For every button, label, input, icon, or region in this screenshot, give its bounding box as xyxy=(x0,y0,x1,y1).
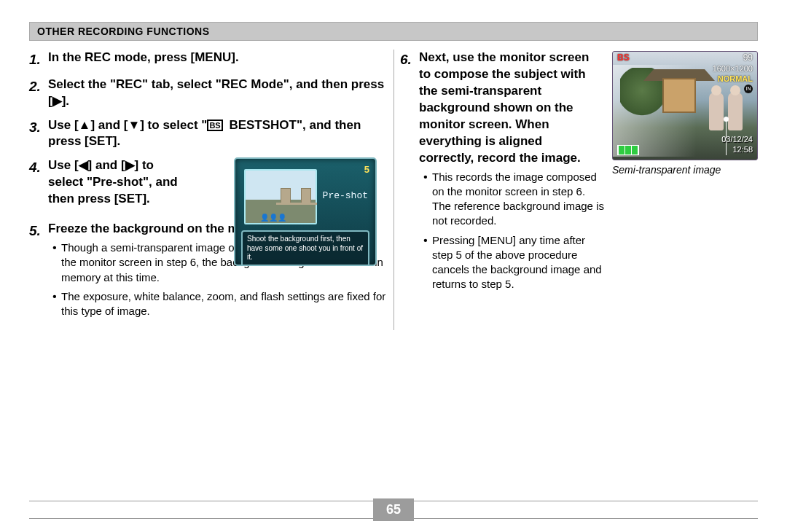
memory-icon: IN xyxy=(744,85,753,93)
bestshot-icon: BS xyxy=(207,120,222,131)
date-label: 03/12/24 xyxy=(721,134,753,145)
figure-caption: Semi-transparent image xyxy=(612,163,758,177)
bestshot-badge: BS xyxy=(617,52,630,63)
sample-photo: 👤👤👤 xyxy=(244,169,317,224)
step-2: 2. Select the "REC" tab, select "REC Mod… xyxy=(29,77,387,110)
battery-icon xyxy=(617,145,639,155)
left-arrow-icon: ◀ xyxy=(79,158,88,172)
time-label: 12:58 xyxy=(732,144,753,155)
figure-semi-transparent: BS 99 1600×1200 NORMAL IN 03/12/24 12:58… xyxy=(612,51,758,177)
right-column: BS 99 1600×1200 NORMAL IN 03/12/24 12:58… xyxy=(400,50,758,330)
camera-lcd-record: BS 99 1600×1200 NORMAL IN 03/12/24 12:58 xyxy=(612,51,758,160)
scene-number: 5 xyxy=(364,163,369,176)
step-6: 6. Next, use the monitor screen to compo… xyxy=(400,50,605,297)
step-3: 3. Use [▲] and [▼] to select "BS BESTSHO… xyxy=(29,117,387,151)
right-arrow-icon: ▶ xyxy=(52,94,62,108)
step-1: 1. In the REC mode, press [MENU]. xyxy=(29,50,387,69)
page-number: 65 xyxy=(373,498,414,521)
step-4: 4. Use [◀] and [▶] to select "Pre-shot",… xyxy=(29,157,387,208)
quality-label: NORMAL xyxy=(718,74,753,85)
section-header: OTHER RECORDING FUNCTIONS xyxy=(29,22,758,41)
down-arrow-icon: ▼ xyxy=(128,118,140,132)
scene-hint: Shoot the background first, then have so… xyxy=(241,230,369,266)
shots-remaining: 99 xyxy=(743,52,753,63)
page-footer: 65 xyxy=(29,501,758,519)
step5-bullet: The exposure, white balance, zoom, and f… xyxy=(48,289,387,319)
step6-bullet: Pressing [MENU] any time after step 5 of… xyxy=(419,233,605,292)
scene-title: Pre-shot xyxy=(323,189,368,203)
step6-bullet: This records the image composed on the m… xyxy=(419,170,605,229)
resolution-label: 1600×1200 xyxy=(713,63,753,74)
up-arrow-icon: ▲ xyxy=(79,118,91,132)
two-column-layout: 1. In the REC mode, press [MENU]. 2. Sel… xyxy=(29,50,758,330)
left-column: 1. In the REC mode, press [MENU]. 2. Sel… xyxy=(29,50,387,330)
right-arrow-icon: ▶ xyxy=(125,158,135,172)
column-divider xyxy=(393,50,394,330)
camera-lcd-preshot: 👤👤👤 5 Pre-shot Shoot the background firs… xyxy=(234,157,377,266)
